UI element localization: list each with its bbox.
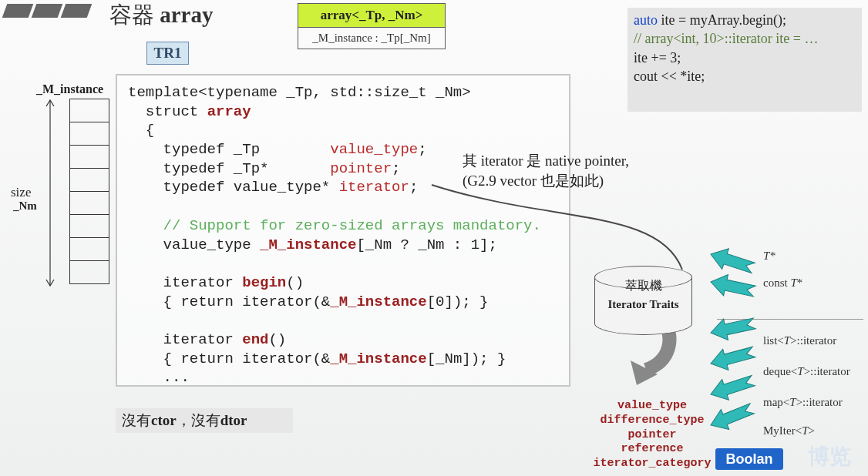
nm-label: _Nm	[13, 199, 37, 213]
boolan-logo: Boolan	[715, 448, 783, 470]
arrow-label-1: const T*	[763, 276, 802, 290]
input-arrows	[694, 239, 763, 470]
footer-note: 沒有ctor，沒有dtor	[116, 408, 293, 433]
usage-code: auto ite = myArray.begin(); // array<int…	[627, 8, 862, 112]
curve-to-traits	[428, 177, 713, 277]
arrow-label-5: MyIter<T>	[763, 424, 815, 437]
arrow-label-4: map<T>::iterator	[763, 395, 843, 409]
tr1-badge: TR1	[146, 42, 189, 65]
decorative-stripes	[5, 4, 93, 21]
size-label: size	[11, 185, 31, 200]
class-header-box: array<_Tp, _Nm> _M_instance : _Tp[_Nm]	[298, 3, 446, 49]
class-template: array<_Tp, _Nm>	[298, 4, 445, 28]
page-title: 容器 array	[109, 0, 214, 31]
class-member: _M_instance : _Tp[_Nm]	[298, 28, 445, 49]
instance-label: _M_instance	[36, 82, 103, 96]
array-cells-diagram	[69, 99, 109, 284]
boolan-logo-cn: 博览	[808, 442, 851, 471]
arrow-label-0: T*	[763, 249, 775, 263]
arrow-label-2: list<T>::iterator	[763, 334, 836, 347]
iterator-traits-cylinder: 萃取機 Iterator Traits	[594, 266, 692, 335]
arrow-label-3: deque<T>::iterator	[763, 364, 850, 378]
dimension-line	[39, 99, 62, 287]
